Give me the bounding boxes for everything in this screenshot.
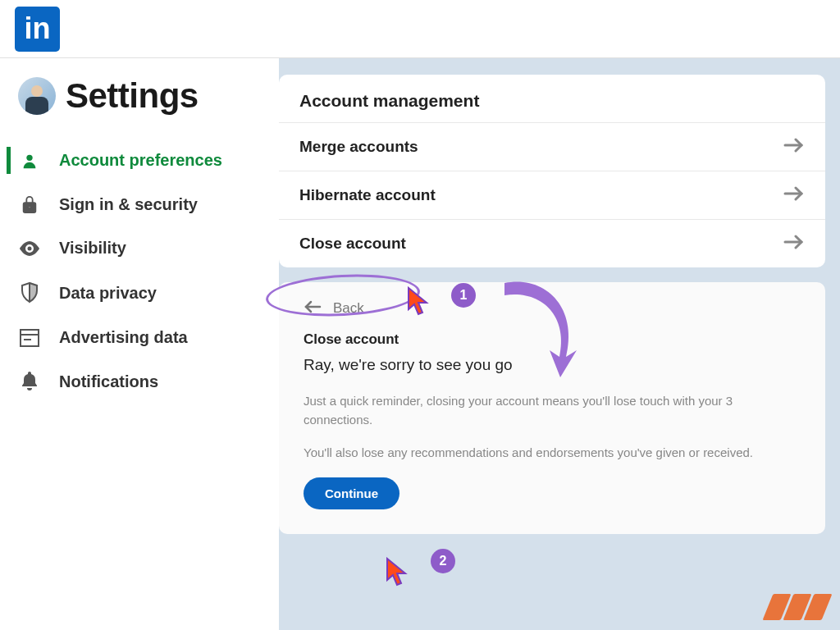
- card-title: Account management: [279, 75, 825, 122]
- row-close-account[interactable]: Close account: [279, 219, 825, 267]
- bell-icon: [18, 372, 41, 391]
- row-hibernate-account[interactable]: Hibernate account: [279, 171, 825, 219]
- svg-rect-4: [21, 330, 39, 346]
- eye-icon: [18, 241, 41, 256]
- app-header: in: [0, 0, 840, 58]
- sidebar-item-data-privacy[interactable]: Data privacy: [0, 270, 279, 316]
- arrow-right-icon: [783, 138, 805, 156]
- account-management-card: Account management Merge accounts Hibern…: [279, 75, 825, 267]
- continue-button[interactable]: Continue: [304, 477, 399, 509]
- sidebar-item-notifications[interactable]: Notifications: [0, 359, 279, 404]
- user-icon: [18, 152, 41, 170]
- annotation-badge-2: 2: [431, 549, 455, 573]
- svg-point-2: [29, 206, 31, 208]
- sidebar-item-label: Account preferences: [59, 151, 222, 170]
- close-heading: Close account: [304, 331, 801, 348]
- newspaper-icon: [18, 329, 41, 347]
- sidebar-item-label: Sign in & security: [59, 195, 198, 214]
- close-farewell: Ray, we're sorry to see you go: [304, 356, 801, 374]
- arrow-left-icon: [304, 300, 322, 317]
- sidebar-item-label: Visibility: [59, 239, 126, 258]
- watermark: [768, 594, 827, 620]
- back-label: Back: [333, 300, 364, 317]
- page-title: Settings: [66, 76, 199, 116]
- avatar[interactable]: [18, 77, 56, 115]
- layout: Settings Account preferences Sign in & s…: [0, 58, 840, 630]
- sidebar-item-advertising-data[interactable]: Advertising data: [0, 316, 279, 359]
- cursor-annotation-2: [386, 557, 410, 590]
- sidebar-title-row: Settings: [0, 76, 279, 116]
- lock-icon: [18, 194, 41, 214]
- back-button[interactable]: Back: [304, 300, 801, 317]
- sidebar-item-sign-in-security[interactable]: Sign in & security: [0, 182, 279, 226]
- sidebar-item-visibility[interactable]: Visibility: [0, 226, 279, 270]
- svg-point-3: [28, 246, 32, 250]
- close-body-line: Just a quick reminder, closing your acco…: [304, 392, 801, 429]
- svg-point-0: [26, 154, 32, 160]
- linkedin-logo[interactable]: in: [15, 7, 60, 52]
- sidebar-item-label: Advertising data: [59, 328, 188, 347]
- close-body-line: You'll also lose any recommendations and…: [304, 444, 801, 463]
- sidebar-item-label: Data privacy: [59, 284, 157, 303]
- sidebar: Settings Account preferences Sign in & s…: [0, 58, 279, 630]
- shield-icon: [18, 282, 41, 304]
- row-label: Close account: [299, 235, 406, 253]
- row-label: Merge accounts: [299, 138, 418, 156]
- arrow-right-icon: [783, 235, 805, 253]
- close-body: Just a quick reminder, closing your acco…: [304, 392, 801, 463]
- row-label: Hibernate account: [299, 186, 436, 204]
- arrow-right-icon: [783, 186, 805, 204]
- main: Account management Merge accounts Hibern…: [279, 58, 840, 630]
- row-merge-accounts[interactable]: Merge accounts: [279, 122, 825, 171]
- sidebar-item-label: Notifications: [59, 372, 158, 391]
- close-account-card: Back Close account Ray, we're sorry to s…: [279, 282, 825, 534]
- sidebar-item-account-preferences[interactable]: Account preferences: [0, 139, 279, 182]
